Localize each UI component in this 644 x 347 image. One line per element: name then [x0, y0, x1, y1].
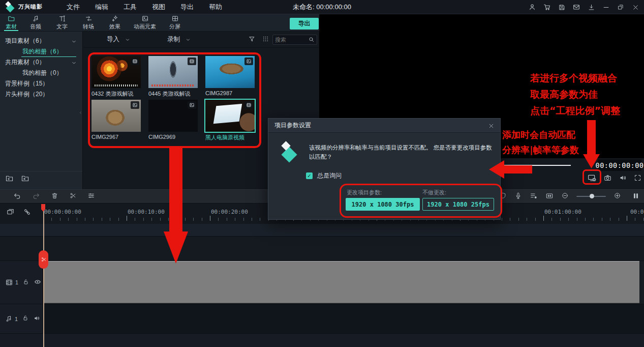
tree-item-project-media[interactable]: 项目素材（6）	[0, 36, 82, 46]
menu-edit[interactable]: 编辑	[87, 0, 116, 14]
search-box	[272, 35, 317, 45]
delete-icon[interactable]	[51, 192, 58, 201]
feedback-mail-icon[interactable]	[571, 2, 582, 13]
media-item[interactable]: CIMG2967	[91, 100, 141, 140]
mute-track-icon[interactable]	[33, 314, 41, 324]
tab-effects[interactable]: 效果	[102, 14, 128, 31]
view-grid-icon[interactable]	[262, 35, 269, 44]
add-folder-icon[interactable]	[5, 174, 14, 184]
adjust-icon[interactable]	[87, 192, 95, 201]
playhead-line[interactable]	[43, 205, 44, 347]
checkbox-checked-icon[interactable]: ✓	[306, 172, 313, 179]
menu-view[interactable]: 视图	[144, 0, 173, 14]
always-ask-checkbox[interactable]: ✓ 总是询问	[306, 171, 342, 180]
lock-track-icon[interactable]	[22, 278, 29, 287]
keep-params-label: 不做更改:	[422, 189, 446, 196]
record-button[interactable]: 录制	[162, 35, 196, 44]
search-icon[interactable]	[308, 36, 317, 43]
tree-item-intro-samples[interactable]: 片头样例（20）	[0, 89, 82, 100]
zoom-in-icon[interactable]	[614, 192, 621, 201]
redo-icon[interactable]	[32, 192, 40, 201]
menu-tools[interactable]: 工具	[116, 0, 144, 14]
keep-project-button[interactable]: 1920 x 1080 25fps	[422, 198, 494, 211]
toggle-visibility-eye-icon[interactable]	[34, 278, 42, 287]
tree-item-background-samples[interactable]: 背景样例（15）	[0, 78, 82, 89]
store-cart-icon[interactable]	[541, 2, 553, 13]
save-icon[interactable]	[556, 2, 567, 13]
voiceover-mic-icon[interactable]	[514, 192, 522, 201]
menu-file[interactable]: 文件	[59, 0, 87, 14]
image-badge-icon	[244, 57, 253, 65]
tab-transition[interactable]: 转场	[75, 14, 102, 31]
tab-media[interactable]: 素材	[0, 14, 22, 31]
tab-text[interactable]: 文字	[49, 14, 75, 31]
fit-timeline-icon[interactable]	[545, 192, 554, 201]
playhead-scissors-handle[interactable]	[39, 250, 48, 269]
undo-icon[interactable]	[13, 192, 21, 201]
dialog-title: 项目参数设置	[274, 121, 311, 130]
link-clips-icon[interactable]	[23, 208, 32, 218]
ruler-label: 00:01:00:00	[544, 209, 581, 215]
export-button[interactable]: 导出	[290, 18, 319, 30]
menu-export[interactable]: 导出	[173, 0, 201, 14]
search-input[interactable]	[273, 37, 308, 43]
ruler-label: 00:00:10:00	[128, 209, 165, 215]
panel-toggle-icon[interactable]	[632, 192, 640, 201]
media-item[interactable]: 0432 类游戏解说	[91, 56, 141, 98]
chevron-down-icon[interactable]	[185, 37, 191, 43]
zoom-out-icon[interactable]	[561, 192, 569, 201]
collapse-panel-icon[interactable]	[78, 107, 83, 118]
media-library-tree: 项目素材（6） 我的相册（6） 共用素材（0） 我的相册（0） 背景样例（15）…	[0, 32, 83, 189]
tab-audio[interactable]: 音频	[22, 14, 49, 31]
fullscreen-icon[interactable]	[634, 174, 641, 183]
import-button[interactable]: 导入	[102, 35, 136, 44]
annotation-text-4: 添加时会自动匹配	[502, 129, 575, 141]
film-badge-icon	[188, 57, 196, 65]
asset-tabbar: 素材 音频 文字 转场 效果 动画元素 分屏	[0, 14, 319, 32]
render-queue-icon[interactable]	[530, 192, 538, 201]
annotation-text-3: 点击“工程比例”调整	[530, 104, 620, 118]
ruler-label: 00:00:20:00	[211, 209, 248, 215]
image-badge-icon	[188, 101, 196, 109]
image-badge-icon	[131, 101, 139, 109]
media-item[interactable]: CIMG2969	[148, 100, 198, 140]
account-icon[interactable]	[527, 2, 538, 13]
dialog-close-icon[interactable]	[486, 121, 496, 131]
tree-footer	[0, 171, 82, 186]
media-item[interactable]: 0445 类游戏解说	[148, 56, 198, 98]
split-scissors-icon[interactable]	[69, 192, 77, 201]
window-controls	[527, 0, 641, 14]
video-clip[interactable]	[43, 261, 639, 303]
media-item[interactable]: CIMG2987	[205, 56, 255, 96]
titlebar: 万兴喵影 文件 编辑 工具 视图 导出 帮助 未命名: 00:00:00:00	[0, 0, 644, 14]
manage-tracks-icon[interactable]	[6, 208, 15, 218]
video-track-header: 1	[0, 261, 43, 304]
chevron-down-icon[interactable]	[125, 37, 131, 43]
tree-item-my-album-shared[interactable]: 我的相册（0）	[0, 68, 82, 78]
delete-folder-icon[interactable]	[21, 174, 29, 184]
media-item-selected[interactable]: 黑人电脑原视频	[205, 100, 255, 141]
restore-button[interactable]	[615, 2, 626, 13]
timeline-zoom-slider[interactable]	[576, 196, 606, 197]
minimize-button[interactable]	[600, 2, 611, 13]
dialog-titlebar: 项目参数设置	[268, 119, 500, 133]
filter-icon[interactable]	[248, 35, 256, 44]
audio-track-row: 1	[0, 304, 644, 333]
filmora-app-window: 万兴喵影 文件 编辑 工具 视图 导出 帮助 未命名: 00:00:00:00 …	[0, 0, 644, 347]
match-project-button[interactable]: 1920 x 1080 30fps	[346, 198, 420, 211]
tab-elements[interactable]: 动画元素	[128, 14, 162, 31]
download-icon[interactable]	[586, 2, 597, 13]
project-settings-icon[interactable]	[587, 173, 597, 184]
lock-track-icon[interactable]	[22, 314, 29, 323]
preview-timecode: 00:00:00:00	[598, 159, 641, 171]
volume-icon[interactable]	[619, 174, 627, 184]
tab-splitscreen[interactable]: 分屏	[162, 14, 188, 31]
audio-track-icon	[5, 315, 13, 323]
tree-item-shared-media[interactable]: 共用素材（0）	[0, 57, 82, 68]
annotation-text-5: 分辨率|帧率等参数	[502, 144, 579, 156]
tree-item-my-album-project[interactable]: 我的相册（6）	[0, 46, 82, 57]
menu-help[interactable]: 帮助	[201, 0, 230, 14]
slider-knob[interactable]	[590, 194, 594, 198]
snapshot-camera-icon[interactable]	[603, 174, 612, 184]
close-button[interactable]	[630, 2, 641, 13]
